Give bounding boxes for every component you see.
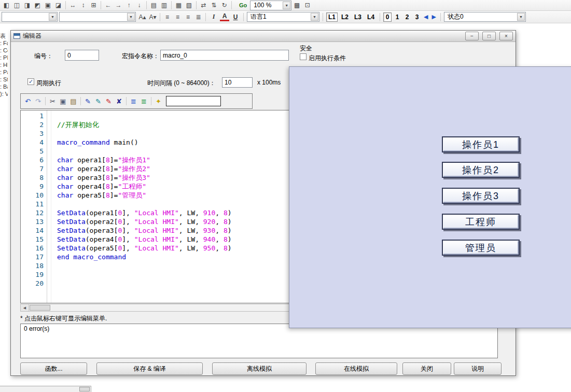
level-button-l1[interactable]: L1: [326, 12, 338, 22]
nudge-left-icon[interactable]: ←: [103, 1, 113, 10]
align-top-icon[interactable]: ◩: [33, 1, 43, 10]
macro-wizard-icon[interactable]: ✎: [93, 97, 103, 106]
preview-button-operator2[interactable]: 操作员2: [442, 162, 520, 178]
preview-button-admin[interactable]: 管理员: [442, 240, 520, 256]
offline-simulation-button[interactable]: 离线模拟: [212, 362, 307, 375]
group-icon[interactable]: ▦: [174, 1, 184, 10]
flip-vertical-icon[interactable]: ⇅: [209, 1, 219, 10]
level-button-l2[interactable]: L2: [339, 12, 351, 22]
editor-window-icon: [13, 33, 20, 39]
same-height-icon[interactable]: ↕: [78, 1, 88, 10]
align-middle-icon[interactable]: ▣: [43, 1, 53, 10]
state-number-2[interactable]: 2: [403, 12, 411, 22]
chevron-down-icon[interactable]: ▼: [283, 2, 290, 9]
underline-button[interactable]: U: [231, 12, 240, 22]
interval-input[interactable]: [222, 77, 253, 88]
align-left-icon[interactable]: ◧: [2, 1, 11, 10]
level-button-l3[interactable]: L3: [352, 12, 364, 22]
level-button-l4[interactable]: L4: [365, 12, 377, 22]
preview-button-engineer[interactable]: 工程师: [442, 214, 520, 230]
toolbar-separator: [146, 1, 147, 9]
copy-icon[interactable]: ▣: [58, 97, 68, 106]
snap-icon[interactable]: ⊡: [302, 1, 312, 10]
toolbar-separator: [101, 1, 101, 9]
zoom-combo[interactable]: 100 % ▼: [250, 1, 291, 10]
toolbar-separator: [126, 97, 127, 105]
italic-button[interactable]: I: [209, 12, 218, 22]
close-button[interactable]: ×: [499, 32, 513, 40]
same-size-icon[interactable]: ⊞: [89, 1, 99, 10]
state-combo-value: 状态0: [448, 12, 517, 21]
preview-button-operator3[interactable]: 操作员3: [442, 188, 520, 204]
chevron-down-icon[interactable]: ▼: [311, 13, 318, 21]
chevron-down-icon[interactable]: ▼: [127, 13, 135, 21]
text-align-left-icon[interactable]: ≡: [162, 12, 172, 21]
font-enlarge-icon[interactable]: A▴: [137, 12, 147, 21]
state-number-0[interactable]: 0: [383, 12, 392, 22]
outdent-icon[interactable]: ≣: [139, 97, 149, 106]
nudge-up-icon[interactable]: ↑: [124, 1, 134, 10]
shape-combo[interactable]: ▼: [59, 12, 136, 22]
compile-macro-icon[interactable]: ✎: [83, 97, 93, 106]
line-number: 14: [21, 226, 47, 235]
function-button[interactable]: 函数...: [20, 362, 87, 375]
ungroup-icon[interactable]: ▧: [184, 1, 194, 10]
align-center-icon[interactable]: ◫: [12, 1, 22, 10]
send-to-back-icon[interactable]: ▥: [159, 1, 169, 10]
rotate-icon[interactable]: ↻: [219, 1, 229, 10]
align-bottom-icon[interactable]: ◪: [53, 1, 63, 10]
chevron-down-icon[interactable]: ▼: [517, 13, 525, 21]
state-number-3[interactable]: 3: [413, 12, 421, 22]
help-button[interactable]: 说明: [454, 362, 502, 375]
grid-icon[interactable]: ▩: [292, 1, 302, 10]
scrollbar-thumb[interactable]: [30, 305, 50, 311]
toolbar-separator: [440, 13, 441, 21]
compile-output-box[interactable]: 0 error(s): [20, 324, 498, 358]
dialog-titlebar[interactable]: 编辑器 − □ ×: [11, 31, 516, 42]
cut-icon[interactable]: ✂: [48, 97, 58, 106]
preview-button-operator1[interactable]: 操作员1: [442, 136, 520, 152]
paste-icon[interactable]: ▤: [68, 97, 78, 106]
minimize-button[interactable]: −: [465, 32, 479, 40]
stop-macro-icon[interactable]: ✘: [114, 97, 124, 106]
keyword-search-input[interactable]: [166, 96, 221, 106]
undo-icon[interactable]: ↶: [23, 97, 33, 106]
bring-to-front-icon[interactable]: ▤: [149, 1, 159, 10]
maximize-button[interactable]: □: [482, 32, 496, 40]
nudge-right-icon[interactable]: →: [114, 1, 123, 10]
state-number-1[interactable]: 1: [393, 12, 401, 22]
scroll-left-icon[interactable]: ◀: [21, 304, 29, 311]
keyword-search-icon[interactable]: ✦: [154, 97, 163, 106]
periodic-execution-checkbox[interactable]: ✓: [27, 78, 34, 85]
font-shrink-icon[interactable]: A▾: [148, 12, 158, 21]
go-button[interactable]: Go: [239, 2, 247, 8]
line-number: 12: [21, 208, 47, 217]
online-simulation-button[interactable]: 在线模拟: [315, 362, 397, 375]
state-combo[interactable]: 状态0 ▼: [444, 12, 526, 22]
next-state-arrow[interactable]: ▶: [431, 13, 437, 20]
macro-name-input[interactable]: [160, 50, 289, 61]
indent-icon[interactable]: ≣: [129, 97, 138, 106]
enable-execution-condition-checkbox[interactable]: [300, 53, 307, 60]
nudge-down-icon[interactable]: ↓: [134, 1, 144, 10]
object-combo[interactable]: ▼: [2, 12, 58, 22]
same-width-icon[interactable]: ↔: [68, 1, 78, 10]
line-spacing-icon[interactable]: ≣: [193, 12, 203, 21]
scrollbar-thumb[interactable]: [79, 387, 90, 391]
text-align-right-icon[interactable]: ≡: [183, 12, 193, 21]
font-color-button[interactable]: A: [220, 13, 229, 21]
text-align-center-icon[interactable]: ≡: [173, 12, 183, 21]
save-compile-button[interactable]: 保存 & 编译: [96, 362, 203, 375]
background-scrollbar-fragment[interactable]: [0, 386, 91, 392]
align-right-icon[interactable]: ◨: [22, 1, 32, 10]
previous-state-arrow[interactable]: ◀: [423, 13, 429, 20]
flip-horizontal-icon[interactable]: ⇄: [199, 1, 208, 10]
close-dialog-button[interactable]: 关闭: [402, 362, 451, 375]
redo-icon[interactable]: ↷: [33, 97, 43, 106]
language-combo[interactable]: 语言1 ▼: [247, 12, 319, 22]
macro-id-input[interactable]: [65, 50, 99, 61]
chevron-down-icon[interactable]: ▼: [49, 13, 57, 21]
run-macro-icon[interactable]: ✎: [104, 97, 114, 106]
main-toolbar: ◧◫◨◩▣◪↔↕⊞←→↑↓▤▥▦▧⇄⇅↻ Go 100 % ▼ ▩⊡: [0, 0, 571, 11]
tree-item-fragment: : Ba: [0, 83, 8, 90]
